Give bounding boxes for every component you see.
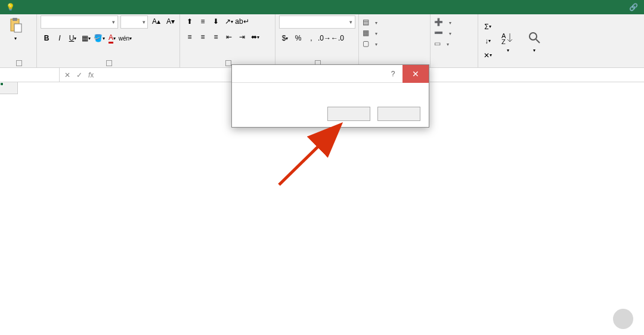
wrap-text-button[interactable]: ab↵	[236, 15, 248, 27]
format-as-table-button[interactable]: ▦	[363, 29, 377, 37]
border-button[interactable]: ▦▾	[80, 32, 92, 44]
fill-button[interactable]: ↓▾	[482, 35, 494, 47]
delete-icon: ➖	[434, 29, 443, 37]
align-center-button[interactable]: ≡	[197, 31, 209, 43]
name-box[interactable]	[0, 68, 60, 82]
chevron-down-icon[interactable]: ▾	[141, 19, 147, 25]
svg-line-6	[536, 39, 540, 43]
orientation-button[interactable]: ↗▾	[223, 15, 235, 27]
sort-icon: AZ	[500, 30, 516, 45]
svg-point-5	[530, 33, 537, 40]
wrap-icon: ab↵	[235, 17, 249, 26]
align-top-button[interactable]: ⬆	[184, 15, 196, 27]
percent-button[interactable]: %	[292, 32, 304, 44]
paste-button[interactable]: ▾	[4, 15, 27, 41]
bucket-icon: 🪣	[94, 34, 103, 42]
format-cells-button[interactable]: ▭	[434, 39, 451, 48]
paste-icon	[8, 18, 23, 33]
format-icon: ▭	[434, 39, 441, 48]
ok-button[interactable]	[327, 107, 370, 121]
watermark-badge	[613, 309, 633, 329]
currency-button[interactable]: $▾	[279, 32, 291, 44]
close-icon: ✕	[412, 69, 419, 79]
group-clipboard: ▾	[0, 14, 37, 67]
insert-icon: ➕	[434, 18, 443, 26]
align-middle-button[interactable]: ≡	[197, 15, 209, 27]
merge-button[interactable]: ⬌▾	[249, 31, 261, 43]
tell-me-search[interactable]: 💡	[6, 3, 15, 11]
chevron-down-icon[interactable]: ▾	[347, 19, 355, 25]
align-bottom-button[interactable]: ⬇	[210, 15, 222, 27]
goto-special-dialog: ? ✕	[231, 64, 429, 128]
ribbon-tabs-bar: 💡 🔗	[0, 0, 644, 14]
fill-color-button[interactable]: 🪣▾	[93, 32, 105, 44]
delete-cells-button[interactable]: ➖	[434, 29, 451, 37]
fx-icon[interactable]: fx	[88, 71, 94, 79]
align-right-button[interactable]: ≡	[210, 31, 222, 43]
dialog-launcher-icon[interactable]	[225, 60, 231, 66]
share-button[interactable]: 🔗	[623, 3, 644, 11]
group-number: ▾ $▾ % , .0→ ←.0	[275, 14, 359, 67]
decrease-indent-button[interactable]: ⇤	[223, 31, 235, 43]
italic-button[interactable]: I	[54, 32, 66, 44]
insert-cells-button[interactable]: ➕	[434, 18, 451, 26]
font-name-input[interactable]	[41, 18, 110, 26]
cancel-icon[interactable]: ✕	[64, 71, 70, 79]
align-left-button[interactable]: ≡	[184, 31, 196, 43]
dialog-launcher-icon[interactable]	[106, 60, 112, 66]
font-size-combo[interactable]: ▾	[120, 15, 148, 29]
lightbulb-icon: 💡	[6, 3, 15, 11]
group-editing: Σ▾ ↓▾ ✕▾ AZ ▾ ▾	[478, 14, 586, 67]
group-font: ▾ ▾ A▴ A▾ B I U▾ ▦▾ 🪣▾ A▾ wén▾	[37, 14, 180, 67]
fill-handle[interactable]	[0, 82, 4, 86]
chevron-down-icon[interactable]: ▾	[110, 19, 117, 25]
font-name-combo[interactable]: ▾	[41, 15, 118, 29]
cell-styles-button[interactable]: ▢	[363, 39, 377, 48]
dialog-titlebar[interactable]: ? ✕	[232, 65, 429, 83]
increase-font-button[interactable]: A▴	[150, 15, 162, 27]
help-button[interactable]: ?	[383, 70, 402, 78]
font-color-button[interactable]: A▾	[106, 32, 118, 44]
cellstyle-icon: ▢	[363, 39, 369, 48]
enter-icon[interactable]: ✓	[76, 71, 82, 79]
watermark	[613, 309, 638, 329]
share-icon: 🔗	[629, 3, 638, 11]
svg-rect-1	[13, 18, 17, 21]
decrease-decimal-button[interactable]: ←.0	[332, 32, 343, 44]
phonetic-button[interactable]: wén▾	[119, 32, 131, 44]
group-alignment: ⬆ ≡ ⬇ ↗▾ ab↵ ≡ ≡ ≡ ⇤ ⇥ ⬌▾	[180, 14, 275, 67]
table-icon: ▦	[363, 29, 369, 37]
svg-rect-2	[14, 24, 21, 32]
number-format-combo[interactable]: ▾	[279, 15, 355, 29]
group-cells: ➕ ➖ ▭	[431, 14, 478, 67]
font-size-input[interactable]	[121, 18, 141, 26]
cancel-button[interactable]	[377, 107, 420, 121]
increase-indent-button[interactable]: ⇥	[236, 31, 248, 43]
chevron-down-icon: ▾	[14, 36, 17, 41]
clear-button[interactable]: ✕▾	[482, 49, 494, 61]
sort-filter-button[interactable]: AZ ▾	[496, 27, 520, 53]
increase-decimal-button[interactable]: .0→	[318, 32, 330, 44]
name-box-input[interactable]	[4, 71, 55, 79]
autosum-button[interactable]: Σ▾	[482, 21, 494, 33]
comma-button[interactable]: ,	[305, 32, 317, 44]
magnifier-icon	[527, 30, 542, 45]
dialog-launcher-icon[interactable]	[16, 60, 22, 66]
svg-text:Z: Z	[501, 38, 506, 44]
close-button[interactable]: ✕	[402, 65, 429, 83]
group-styles: ▤ ▦ ▢	[359, 14, 431, 67]
underline-button[interactable]: U▾	[67, 32, 79, 44]
decrease-font-button[interactable]: A▾	[165, 15, 177, 27]
cond-format-icon: ▤	[363, 18, 369, 26]
bold-button[interactable]: B	[41, 32, 52, 44]
ribbon: ▾ ▾ ▾ A▴ A▾ B I U▾ ▦▾ 🪣▾ A▾ wén▾	[0, 14, 644, 68]
conditional-format-button[interactable]: ▤	[363, 18, 377, 26]
number-format-input[interactable]	[280, 18, 347, 26]
find-select-button[interactable]: ▾	[522, 27, 546, 53]
